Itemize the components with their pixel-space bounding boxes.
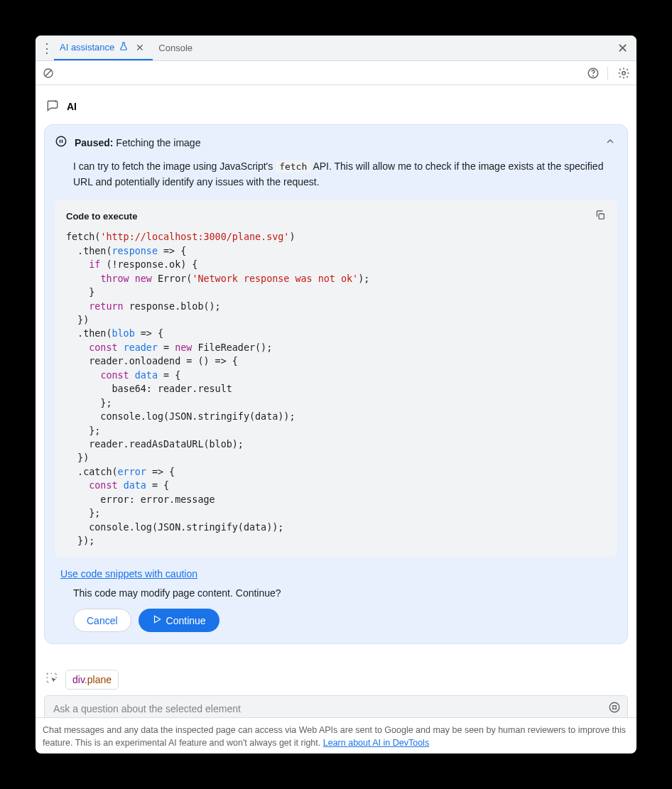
help-icon[interactable] bbox=[586, 66, 600, 80]
code-title: Code to execute bbox=[66, 211, 137, 222]
footer-disclaimer: Chat messages and any data the inspected… bbox=[36, 717, 636, 753]
learn-link[interactable]: Learn about AI in DevTools bbox=[323, 738, 429, 748]
continue-button[interactable]: Continue bbox=[139, 609, 220, 632]
tab-ai-assistance[interactable]: AI assistance ✕ bbox=[54, 36, 153, 60]
close-icon[interactable]: ✕ bbox=[133, 42, 147, 53]
element-selector-chip[interactable]: div.plane bbox=[65, 670, 119, 690]
svg-point-4 bbox=[622, 71, 626, 75]
tab-bar: ⋮ AI assistance ✕ Console ✕ bbox=[36, 36, 636, 61]
svg-point-10 bbox=[609, 703, 619, 713]
copy-icon[interactable] bbox=[595, 210, 606, 223]
svg-rect-8 bbox=[599, 214, 604, 219]
status-text: Paused: Fetching the image bbox=[75, 137, 597, 148]
caution-link[interactable]: Use code snippets with caution bbox=[55, 568, 203, 579]
tab-console[interactable]: Console bbox=[153, 36, 198, 60]
tab-menu-button[interactable]: ⋮ bbox=[40, 42, 54, 55]
content-area: AI Paused: Fetching the image I can try … bbox=[36, 85, 636, 717]
confirm-text: This code may modify page content. Conti… bbox=[45, 580, 627, 609]
selector-row: div.plane bbox=[44, 644, 628, 695]
paused-card: Paused: Fetching the image I can try to … bbox=[44, 124, 628, 644]
gear-icon[interactable] bbox=[617, 66, 631, 80]
select-element-icon[interactable] bbox=[45, 672, 58, 687]
flask-icon bbox=[119, 41, 129, 53]
clear-icon[interactable] bbox=[41, 66, 55, 80]
devtools-window: ⋮ AI assistance ✕ Console ✕ bbox=[36, 36, 636, 753]
pause-icon bbox=[55, 135, 67, 151]
ask-input[interactable] bbox=[44, 695, 628, 717]
ai-header: AI bbox=[44, 94, 628, 124]
stop-icon[interactable] bbox=[608, 701, 621, 717]
tab-label: AI assistance bbox=[60, 42, 114, 53]
card-header: Paused: Fetching the image bbox=[45, 125, 627, 152]
svg-rect-11 bbox=[613, 706, 617, 709]
chevron-up-icon[interactable] bbox=[605, 136, 616, 150]
panel-close-button[interactable]: ✕ bbox=[609, 40, 636, 56]
tab-label: Console bbox=[158, 43, 193, 53]
svg-marker-9 bbox=[154, 616, 160, 623]
svg-point-3 bbox=[593, 75, 594, 76]
cancel-button[interactable]: Cancel bbox=[73, 609, 131, 632]
svg-point-5 bbox=[56, 136, 66, 146]
input-row bbox=[44, 695, 628, 717]
toolbar bbox=[36, 61, 636, 85]
code-box: Code to execute fetch('http://localhost:… bbox=[55, 200, 617, 557]
sparkle-chat-icon bbox=[45, 98, 60, 114]
code-content: fetch('http://localhost:3000/plane.svg')… bbox=[66, 230, 606, 548]
svg-line-1 bbox=[45, 70, 51, 76]
card-description: I can try to fetch the image using JavaS… bbox=[45, 152, 627, 200]
play-icon bbox=[152, 614, 162, 626]
ai-label: AI bbox=[67, 101, 77, 112]
